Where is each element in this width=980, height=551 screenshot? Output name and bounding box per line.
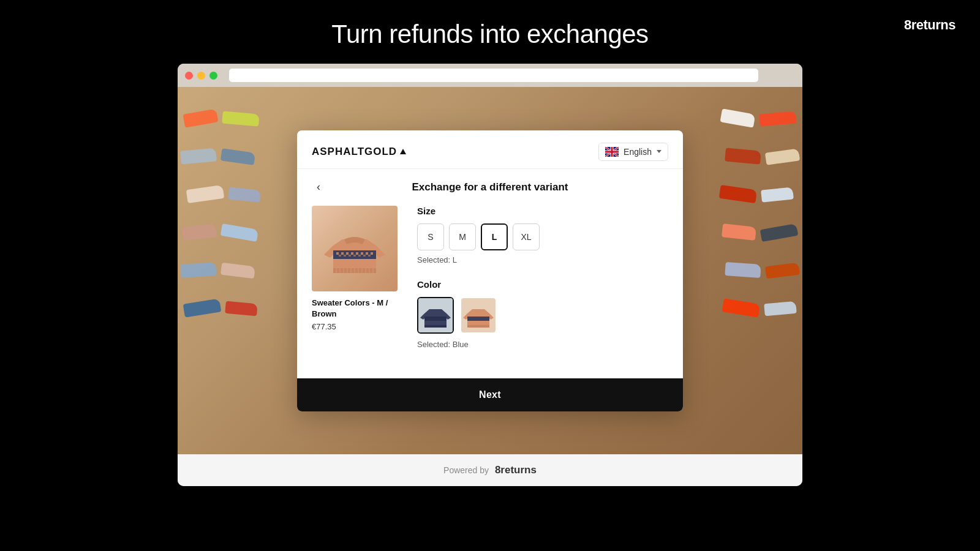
back-button[interactable]: ‹: [312, 178, 325, 196]
size-option-group: Size S M L XL Selected: L: [417, 206, 668, 264]
modal-logo: ASPHALTGOLD: [312, 146, 406, 158]
color-options: [417, 297, 668, 334]
color-label: Color: [417, 279, 668, 290]
browser-dot-close[interactable]: [185, 72, 193, 80]
modal-header: ASPHALTGOLD: [297, 130, 683, 169]
language-label: English: [624, 147, 652, 157]
exchange-modal: ASPHALTGOLD: [297, 130, 683, 411]
svg-rect-10: [336, 252, 339, 255]
sweater-illustration: [321, 215, 388, 282]
size-btn-l[interactable]: L: [481, 223, 508, 250]
size-buttons: S M L XL: [417, 223, 668, 250]
svg-rect-18: [339, 255, 341, 257]
page-title: Turn refunds into exchanges: [331, 20, 648, 49]
modal-title: Exchange for a different variant: [312, 181, 668, 193]
svg-rect-19: [344, 255, 346, 257]
svg-rect-24: [368, 255, 371, 257]
color-selected-text: Selected: Blue: [417, 340, 668, 349]
color-swatch-brown[interactable]: [460, 297, 497, 334]
svg-rect-8: [611, 147, 613, 157]
svg-rect-41: [467, 317, 489, 321]
sweater-brown-thumbnail: [461, 298, 496, 332]
powered-by-bar: Powered by 8returns: [178, 454, 802, 486]
color-option-group: Color: [417, 279, 668, 349]
svg-rect-20: [349, 255, 351, 257]
product-options: Size S M L XL Selected: L Color: [417, 206, 668, 364]
browser-address-bar[interactable]: [229, 69, 758, 82]
brand-logo-text: 8returns: [904, 17, 956, 32]
modal-body: ‹ Exchange for a different variant: [297, 169, 683, 378]
svg-rect-11: [341, 252, 344, 255]
product-price: €77.35: [312, 322, 398, 331]
browser-content: ASPHALTGOLD: [178, 87, 802, 454]
size-selected-text: Selected: L: [417, 255, 668, 264]
next-button[interactable]: Next: [297, 378, 683, 411]
product-name: Sweater Colors - M / Brown: [312, 298, 398, 320]
product-image-area: Sweater Colors - M / Brown €77.35: [312, 206, 398, 364]
product-image: [312, 206, 398, 291]
size-btn-m[interactable]: M: [449, 223, 476, 250]
color-swatch-blue[interactable]: [417, 297, 454, 334]
svg-rect-16: [366, 252, 368, 255]
size-label: Size: [417, 206, 668, 216]
svg-rect-23: [363, 255, 366, 257]
svg-rect-17: [371, 252, 373, 255]
svg-rect-15: [361, 252, 363, 255]
svg-rect-39: [424, 325, 447, 328]
sweater-blue-thumbnail: [418, 298, 453, 332]
product-section: Sweater Colors - M / Brown €77.35 Size S…: [312, 206, 668, 364]
powered-by-brand: 8returns: [495, 464, 537, 476]
svg-rect-21: [353, 255, 356, 257]
powered-by-label: Powered by: [443, 465, 489, 475]
browser-chrome: [178, 64, 802, 87]
flag-uk-icon: [605, 147, 619, 157]
chevron-down-icon: [657, 150, 662, 153]
svg-rect-42: [467, 325, 489, 328]
size-btn-s[interactable]: S: [417, 223, 444, 250]
language-selector[interactable]: English: [598, 143, 668, 161]
logo-text: ASPHALTGOLD: [312, 146, 397, 158]
browser-dot-maximize[interactable]: [209, 72, 217, 80]
browser-window: ASPHALTGOLD: [178, 64, 802, 486]
modal-footer: Next: [297, 378, 683, 411]
logo-triangle-icon: [400, 149, 406, 154]
svg-rect-12: [346, 252, 349, 255]
modal-nav: ‹ Exchange for a different variant: [312, 181, 668, 193]
svg-rect-14: [356, 252, 358, 255]
svg-rect-13: [351, 252, 353, 255]
brand-logo: 8returns: [904, 17, 956, 33]
size-btn-xl[interactable]: XL: [513, 223, 540, 250]
browser-dot-minimize[interactable]: [197, 72, 205, 80]
svg-rect-22: [358, 255, 361, 257]
svg-rect-38: [424, 317, 447, 321]
